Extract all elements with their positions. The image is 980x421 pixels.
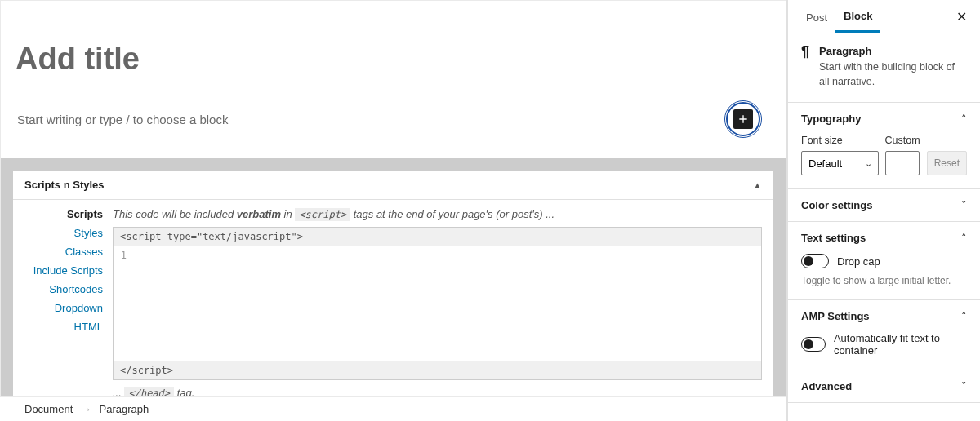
add-block-button[interactable]: [733, 109, 753, 129]
breadcrumb-separator-icon: →: [81, 403, 91, 415]
color-section-toggle[interactable]: Color settings ˅: [788, 189, 980, 221]
nav-include-scripts[interactable]: Include Scripts: [24, 264, 103, 277]
breadcrumb-paragraph[interactable]: Paragraph: [100, 403, 149, 415]
metabox-title: Scripts n Styles: [24, 179, 105, 191]
code-close-tag: </script>: [113, 361, 762, 380]
breadcrumb: Document → Paragraph: [0, 397, 786, 421]
nav-styles[interactable]: Styles: [24, 227, 103, 239]
nav-dropdown[interactable]: Dropdown: [24, 302, 103, 314]
font-size-select[interactable]: Default: [801, 151, 879, 175]
drop-cap-help: Toggle to show a large initial letter.: [801, 275, 967, 286]
tab-block[interactable]: Block: [835, 0, 880, 33]
block-name: Paragraph: [819, 45, 967, 57]
head-tag-hint: ... </head> tag.: [113, 387, 762, 397]
paragraph-icon: ¶: [801, 43, 809, 89]
typography-section-toggle[interactable]: Typography ˄: [788, 103, 980, 135]
chevron-down-icon: ˅: [961, 380, 967, 392]
text-section-toggle[interactable]: Text settings ˄: [788, 222, 980, 254]
post-title-input[interactable]: Add title: [16, 42, 753, 77]
tab-post[interactable]: Post: [798, 2, 835, 32]
amp-section-toggle[interactable]: AMP Settings ˄: [788, 300, 980, 332]
advanced-section-toggle[interactable]: Advanced ˅: [788, 370, 980, 402]
nav-html[interactable]: HTML: [24, 321, 103, 333]
close-sidebar-button[interactable]: ✕: [953, 6, 970, 28]
scripts-hint: This code will be included verbatim in <…: [113, 208, 762, 220]
chevron-up-icon: ˄: [961, 310, 967, 322]
settings-sidebar: Post Block ✕ ¶ Paragraph Start with the …: [787, 0, 980, 421]
breadcrumb-document[interactable]: Document: [24, 403, 73, 415]
custom-size-input[interactable]: [885, 151, 920, 175]
metabox-nav: Scripts Styles Classes Include Scripts S…: [24, 208, 103, 397]
script-code-editor[interactable]: [131, 246, 761, 361]
font-size-label: Font size: [801, 135, 879, 146]
custom-size-label: Custom: [885, 135, 920, 146]
chevron-up-icon: ˄: [961, 232, 967, 244]
reset-button[interactable]: Reset: [927, 151, 967, 175]
chevron-up-icon: ˄: [961, 113, 967, 125]
amp-fit-label: Automatically fit text to container: [834, 332, 967, 357]
plus-icon: [737, 113, 750, 126]
nav-scripts[interactable]: Scripts: [24, 208, 103, 220]
block-description: Start with the building block of all nar…: [819, 60, 967, 89]
chevron-down-icon: ˅: [961, 199, 967, 211]
metabox-collapse-toggle[interactable]: ▲: [753, 180, 762, 190]
nav-classes[interactable]: Classes: [24, 246, 103, 258]
code-gutter: 1: [114, 246, 131, 361]
drop-cap-toggle[interactable]: [801, 254, 829, 268]
nav-shortcodes[interactable]: Shortcodes: [24, 283, 103, 295]
paragraph-block-input[interactable]: Start writing or type / to choose a bloc…: [17, 113, 228, 126]
code-open-tag: <script type="text/javascript">: [113, 227, 762, 246]
drop-cap-label: Drop cap: [837, 255, 880, 268]
amp-fit-toggle[interactable]: [801, 337, 826, 352]
scripts-n-styles-metabox: Scripts n Styles ▲ Scripts Styles Classe…: [12, 170, 774, 397]
